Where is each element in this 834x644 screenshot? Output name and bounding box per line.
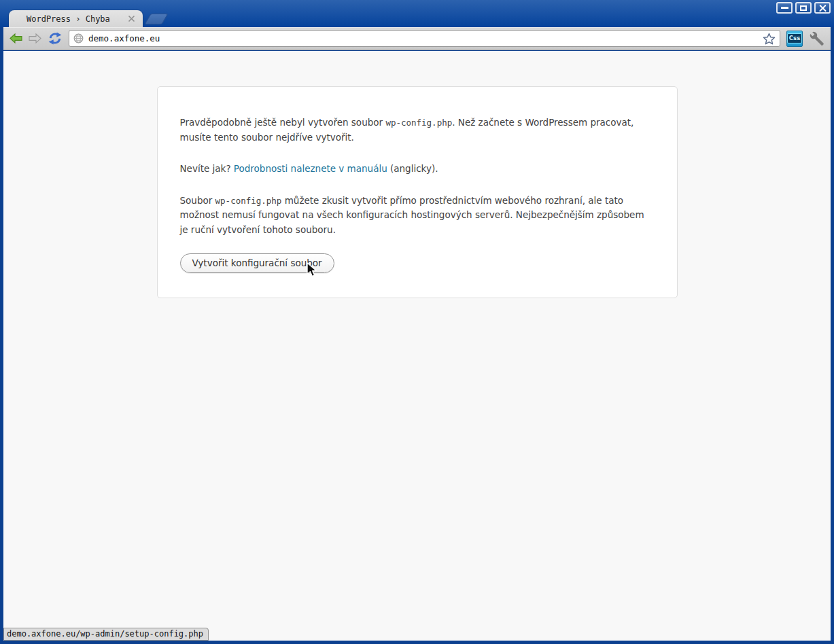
- paragraph-text: (anglicky).: [387, 163, 438, 174]
- maximize-button[interactable]: [795, 2, 812, 14]
- reload-button[interactable]: [48, 32, 63, 45]
- paragraph-config-missing: Pravděpodobně ještě nebyl vytvořen soubo…: [180, 115, 655, 145]
- tab-title: WordPress › Chyba: [27, 14, 110, 24]
- settings-menu-button[interactable]: [809, 31, 824, 46]
- new-tab-button[interactable]: [144, 14, 168, 24]
- window-controls: [776, 2, 831, 14]
- create-config-button[interactable]: Vytvořit konfigurační soubor: [180, 253, 334, 273]
- paragraph-text: Soubor: [180, 195, 215, 206]
- forward-button[interactable]: [29, 33, 41, 43]
- minimize-button[interactable]: [776, 2, 793, 14]
- paragraph-text: Pravděpodobně ještě nebyl vytvořen soubo…: [180, 117, 386, 128]
- bookmark-star-icon[interactable]: [763, 33, 776, 45]
- back-icon: [10, 33, 22, 43]
- minimize-icon: [781, 7, 788, 9]
- code-wp-config: wp-config.php: [385, 118, 452, 128]
- maximize-icon: [800, 5, 807, 11]
- paragraph-manual-link: Nevíte jak? Podrobnosti naleznete v manu…: [180, 162, 655, 177]
- tab-close-button[interactable]: [127, 14, 136, 23]
- browser-tab[interactable]: WordPress › Chyba: [9, 10, 143, 27]
- manual-link[interactable]: Podrobnosti naleznete v manuálu: [234, 163, 387, 174]
- url-text: demo.axfone.eu: [88, 33, 758, 43]
- forward-icon: [29, 33, 41, 43]
- reload-icon: [48, 32, 63, 45]
- title-bar: WordPress › Chyba: [0, 0, 834, 27]
- page-viewport: Pravděpodobně ještě nebyl vytvořen soubo…: [3, 51, 831, 641]
- navigation-toolbar: demo.axfone.eu Css: [3, 27, 831, 50]
- site-globe-icon[interactable]: [73, 33, 84, 43]
- close-button[interactable]: [814, 2, 831, 14]
- css-extension-button[interactable]: Css: [786, 31, 803, 47]
- back-button[interactable]: [10, 33, 22, 43]
- paragraph-web-interface: Soubor wp-config.php můžete zkusit vytvo…: [180, 194, 655, 238]
- status-link-preview: demo.axfone.eu/wp-admin/setup-config.php: [3, 628, 209, 641]
- code-wp-config: wp-config.php: [215, 196, 282, 206]
- address-bar[interactable]: demo.axfone.eu: [69, 30, 780, 47]
- css-extension-label: Css: [787, 33, 802, 43]
- close-icon: [819, 4, 827, 12]
- browser-window: WordPress › Chyba: [0, 0, 834, 644]
- wrench-icon: [809, 31, 824, 46]
- paragraph-text: Nevíte jak?: [180, 163, 234, 174]
- tab-close-icon: [128, 15, 135, 22]
- setup-error-card: Pravděpodobně ještě nebyl vytvořen soubo…: [157, 86, 678, 298]
